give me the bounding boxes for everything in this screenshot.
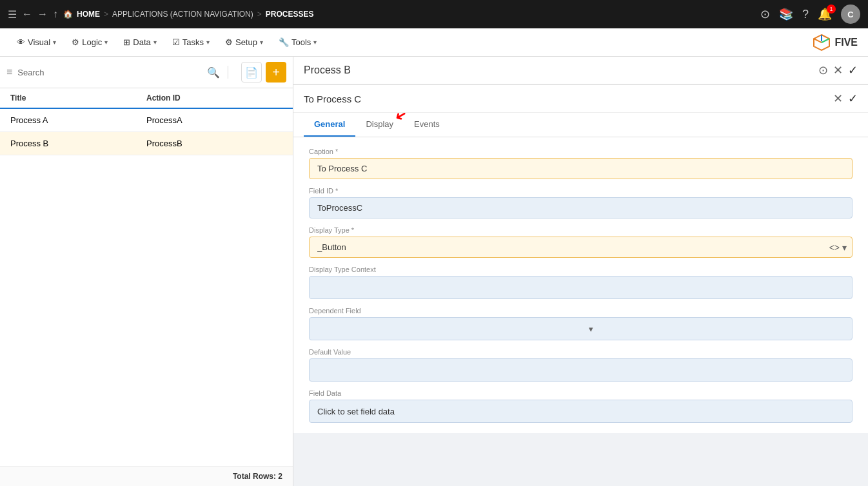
caption-label: Caption * <box>309 148 853 155</box>
tab-general[interactable]: General <box>304 113 355 137</box>
tasks-label: Tasks <box>182 37 204 47</box>
close-panel-button[interactable]: ✕ <box>833 63 843 77</box>
logic-icon: ⚙ <box>72 37 79 47</box>
bell-badge: 1 <box>827 5 836 14</box>
displaytype-suffix: <> ▾ <box>824 242 852 253</box>
field-data-label: Field Data <box>309 389 853 397</box>
displaytype-context-label: Display Type Context <box>309 266 853 273</box>
menu-visual[interactable]: 👁 Visual ▾ <box>10 34 63 51</box>
tools-chevron: ▾ <box>313 39 317 46</box>
displaytype-context-field-group: Display Type Context <box>309 266 853 299</box>
displaytype-input[interactable] <box>310 237 824 257</box>
displaytype-field-group: Display Type * <> ▾ <box>309 226 853 258</box>
search-nav-icon[interactable]: ⊙ <box>760 7 770 21</box>
setup-chevron: ▾ <box>260 39 263 46</box>
total-rows: Total Rows: 2 <box>233 472 282 481</box>
row-1-action: ProcessB <box>146 139 282 148</box>
five-logo-icon <box>813 34 831 52</box>
default-value-value <box>310 365 852 375</box>
menu-logic[interactable]: ⚙ Logic ▾ <box>65 34 114 51</box>
search-button[interactable]: 🔍 <box>207 66 220 79</box>
displaytype-input-wrapper[interactable]: <> ▾ <box>309 237 853 258</box>
tab-events-label: Events <box>414 119 440 129</box>
app-label[interactable]: APPLICATIONS (ACTION NAVIGATION) <box>112 10 253 19</box>
table-header: Title Action ID <box>0 88 293 109</box>
dependent-field-group: Dependent Field ▾ <box>309 307 853 340</box>
menu-bar: 👁 Visual ▾ ⚙ Logic ▾ ⊞ Data ▾ ☑ Tasks ▾ … <box>0 28 868 57</box>
menu-setup[interactable]: ⚙ Setup ▾ <box>219 34 270 51</box>
tab-events[interactable]: Events <box>404 113 450 137</box>
hamburger-icon[interactable]: ☰ <box>8 8 17 21</box>
displaytype-context-select[interactable] <box>309 276 853 299</box>
inner-close-button[interactable]: ✕ <box>833 92 843 106</box>
five-logo-text: FIVE <box>834 37 858 48</box>
home-label[interactable]: HOME <box>77 10 100 19</box>
search-divider <box>228 66 228 79</box>
tab-general-label: General <box>314 119 345 129</box>
sidebar-actions: 📄 + <box>241 62 286 83</box>
dependent-label: Dependent Field <box>309 307 853 315</box>
forward-icon[interactable]: → <box>37 8 48 20</box>
back-icon[interactable]: ← <box>22 8 32 20</box>
row-1-title: Process B <box>10 139 146 148</box>
help-icon[interactable]: ? <box>802 8 809 21</box>
bell-icon[interactable]: 🔔 1 <box>818 7 832 21</box>
caption-input[interactable] <box>309 158 853 179</box>
visual-icon: 👁 <box>17 37 25 47</box>
sidebar-search-area: ≡ 🔍 📄 + <box>0 57 293 88</box>
outer-panel: Process B ⊙ ✕ ✓ <box>293 57 868 85</box>
table-row[interactable]: Process B ProcessB <box>0 132 293 155</box>
top-nav-left: ☰ ← → ↑ 🏠 HOME > APPLICATIONS (ACTION NA… <box>8 8 755 21</box>
field-data-wrapper[interactable]: Click to set field data <box>309 400 853 423</box>
inner-panel: To Process C ✕ ✓ General Display Events <box>293 85 868 433</box>
menu-tasks[interactable]: ☑ Tasks ▾ <box>166 34 216 51</box>
inner-confirm-button[interactable]: ✓ <box>848 92 858 106</box>
up-icon[interactable]: ↑ <box>53 8 58 20</box>
col-action-header: Action ID <box>146 93 282 102</box>
back-panel-button[interactable]: ⊙ <box>818 63 828 77</box>
table-row[interactable]: Process A ProcessA <box>0 109 293 132</box>
menu-tools[interactable]: 🔧 Tools ▾ <box>272 34 323 51</box>
code-icon: <> <box>829 242 840 253</box>
avatar[interactable]: C <box>841 5 860 24</box>
fieldid-input[interactable] <box>309 197 853 219</box>
row-0-action: ProcessA <box>146 115 282 125</box>
dependent-select[interactable]: ▾ <box>309 317 853 340</box>
add-button[interactable]: + <box>266 62 286 83</box>
breadcrumb: 🏠 HOME > APPLICATIONS (ACTION NAVIGATION… <box>63 10 313 19</box>
chevron-down-icon: ▾ <box>842 242 847 253</box>
processes-label[interactable]: PROCESSES <box>266 10 314 19</box>
confirm-panel-button[interactable]: ✓ <box>848 63 858 77</box>
menu-data[interactable]: ⊞ Data ▾ <box>117 34 163 51</box>
document-button[interactable]: 📄 <box>241 62 262 83</box>
inner-panel-title: To Process C <box>304 93 361 104</box>
form-content: Caption * Field ID * Display Type * <> <box>293 137 868 433</box>
default-value-select[interactable] <box>309 358 853 382</box>
top-nav: ☰ ← → ↑ 🏠 HOME > APPLICATIONS (ACTION NA… <box>0 0 868 28</box>
field-data-group: Field Data Click to set field data <box>309 389 853 423</box>
outer-panel-actions: ⊙ ✕ ✓ <box>818 63 858 77</box>
data-chevron: ▾ <box>153 39 157 46</box>
outer-panel-header: Process B ⊙ ✕ ✓ <box>293 57 868 84</box>
inner-panel-header: To Process C ✕ ✓ <box>293 85 868 113</box>
field-data-value: Click to set field data <box>310 402 852 422</box>
visual-label: Visual <box>28 37 50 47</box>
search-input[interactable] <box>17 68 202 77</box>
logic-label: Logic <box>82 37 102 47</box>
tools-label: Tools <box>291 37 311 47</box>
fieldid-label: Field ID * <box>309 187 853 195</box>
home-icon: 🏠 <box>63 10 73 19</box>
tasks-chevron: ▾ <box>206 39 210 46</box>
filter-icon: ≡ <box>6 66 12 78</box>
fieldid-field-group: Field ID * <box>309 187 853 219</box>
logic-chevron: ▾ <box>104 39 108 46</box>
displaytype-context-value <box>310 282 852 293</box>
setup-icon: ⚙ <box>225 37 233 47</box>
tab-display-label: Display <box>366 119 393 129</box>
tasks-icon: ☑ <box>172 37 180 47</box>
book-icon[interactable]: 📚 <box>779 7 793 21</box>
svg-line-3 <box>822 39 829 43</box>
default-value-label: Default Value <box>309 348 853 356</box>
setup-label: Setup <box>235 37 257 47</box>
outer-panel-title: Process B <box>304 64 351 76</box>
